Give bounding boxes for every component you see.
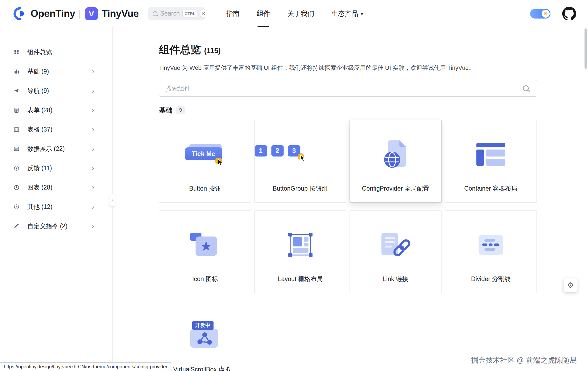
grid-icon (13, 49, 20, 55)
card-label: Icon 图标 (162, 275, 248, 283)
sidebar-item-basic[interactable]: 基础 (9) › (0, 62, 112, 81)
nav-label: 生态产品 (331, 9, 358, 18)
demo-group-button-1: 1 (255, 145, 267, 157)
pen-icon (13, 223, 20, 229)
github-icon (562, 7, 576, 21)
buttongroup-demo-icon: 1 2 3 (255, 145, 346, 165)
numbers-icon: 123 (13, 146, 20, 152)
sidebar-item-form[interactable]: 表单 (28) › (0, 100, 112, 120)
page-description: TinyVue 为 Web 应用提供了丰富的基础 UI 组件，我们还将持续探索企… (159, 64, 588, 72)
info-icon (13, 165, 20, 171)
gear-icon: ⚙ (567, 281, 574, 290)
sidebar-collapse-handle[interactable]: ‹ (109, 194, 116, 207)
section-count-badge: 9 (176, 106, 185, 114)
chevron-right-icon: › (92, 106, 94, 114)
sidebar-item-navigation[interactable]: 导航 (9) › (0, 81, 112, 100)
layout-demo-icon (286, 231, 314, 260)
chevron-right-icon: › (92, 164, 94, 172)
mouse-pointer-icon (215, 158, 225, 168)
sidebar-item-label: 反馈 (11) (27, 164, 92, 172)
watermark-text: 掘金技术社区 @ 前端之虎陈随易 (471, 355, 577, 365)
nav-label: 组件 (257, 9, 270, 18)
card-label: Layout 栅格布局 (257, 275, 343, 283)
sidebar-item-label: 数据展示 (22) (27, 145, 92, 153)
chevron-down-icon: ▾ (361, 10, 363, 17)
kbd-k: K (200, 10, 207, 17)
tinyvue-logo-icon: V (85, 7, 98, 20)
card-label: VirtualScrollBox 虚拟… (162, 365, 248, 371)
section-header-basic: 基础 9 (159, 106, 588, 115)
nav-item-guide[interactable]: 指南 (218, 0, 248, 27)
component-search-box (159, 80, 537, 97)
component-count: (115) (204, 47, 221, 55)
chevron-right-icon: › (92, 145, 94, 152)
svg-text:123: 123 (15, 148, 18, 150)
card-label: Divider 分割线 (448, 275, 534, 283)
component-card-buttongroup[interactable]: 1 2 3 ButtonGroup 按钮组 (254, 120, 346, 203)
search-icon (153, 11, 157, 16)
opentiny-wordmark: OpenTiny (31, 8, 75, 19)
opentiny-logo-icon (13, 7, 27, 20)
component-card-icon[interactable]: ★ Icon 图标 (159, 210, 251, 293)
card-label: ConfigProvider 全局配置 (352, 184, 439, 193)
nav-item-ecosystem[interactable]: 生态产品 ▾ (323, 0, 372, 27)
component-card-divider[interactable]: Divider 分割线 (445, 210, 537, 293)
link-demo-icon (378, 231, 413, 260)
nodes-icon (196, 332, 213, 346)
container-demo-icon (475, 141, 507, 168)
nav-item-about[interactable]: 关于我们 (279, 0, 323, 27)
nav-label: 关于我们 (287, 9, 314, 18)
sun-icon: ☀ (542, 10, 550, 18)
global-search-button[interactable]: Search CTRL K (148, 7, 205, 20)
chevron-left-icon: ‹ (112, 197, 113, 204)
card-label: Container 容器布局 (448, 184, 534, 193)
tinyvue-wordmark: TinyVue (102, 8, 139, 19)
sidebar-item-chart[interactable]: 图表 (28) › (0, 178, 112, 197)
component-card-container[interactable]: Container 容器布局 (445, 120, 537, 203)
component-card-grid: Tick Me Button 按钮 1 2 3 (159, 120, 537, 371)
tinyvue-home-link[interactable]: V TinyVue (85, 7, 139, 20)
sidebar-item-data-display[interactable]: 123 数据展示 (22) › (0, 139, 112, 158)
component-category-sidebar: 组件总览 基础 (9) › 导航 (9) › 表单 (28) › (0, 27, 113, 371)
chevron-right-icon: › (92, 87, 94, 94)
in-development-badge: 开发中 (192, 321, 214, 330)
component-card-button[interactable]: Tick Me Button 按钮 (159, 120, 251, 203)
link-status-bar: https://opentiny.design/tiny-vue/zh-CN/o… (0, 362, 171, 371)
sidebar-item-feedback[interactable]: 反馈 (11) › (0, 158, 112, 178)
card-label: Button 按钮 (162, 184, 248, 193)
sidebar-item-other[interactable]: 其他 (12) › (0, 197, 112, 216)
nav-item-components[interactable]: 组件 (248, 0, 279, 27)
button-demo-icon: Tick Me (185, 144, 225, 166)
form-icon (13, 107, 20, 113)
components-overview-page: 组件总览 (115) TinyVue 为 Web 应用提供了丰富的基础 UI 组… (113, 27, 588, 371)
icon-demo-icon: ★ (190, 233, 220, 258)
theme-toggle[interactable]: ☀ (530, 9, 550, 19)
brand-divider: | (78, 8, 81, 19)
opentiny-home-link[interactable]: OpenTiny (13, 7, 75, 20)
sidebar-item-directives[interactable]: 自定义指令 (2) › (0, 216, 112, 236)
header-actions: ☀ (530, 7, 576, 21)
search-placeholder-text: Search (160, 10, 180, 17)
theme-settings-button[interactable]: ⚙ (564, 278, 578, 292)
component-card-link[interactable]: Link 链接 (350, 210, 442, 293)
table-icon (13, 126, 20, 133)
send-icon (13, 88, 20, 94)
sidebar-item-overview[interactable]: 组件总览 (0, 42, 112, 62)
sidebar-item-label: 表格 (37) (27, 125, 92, 134)
card-label: Link 链接 (352, 275, 439, 283)
configprovider-demo-icon (378, 139, 413, 170)
top-navbar: OpenTiny | V TinyVue Search CTRL K 指南 组件… (0, 0, 588, 27)
browser-viewport: OpenTiny | V TinyVue Search CTRL K 指南 组件… (0, 0, 588, 371)
circle-dot-icon (13, 204, 20, 210)
divider-demo-icon (477, 233, 505, 258)
component-card-configprovider[interactable]: ConfigProvider 全局配置 (350, 120, 442, 203)
sidebar-item-label: 图表 (28) (27, 183, 92, 192)
component-card-virtualscrollbox[interactable]: 开发中 VirtualScrollBox 虚拟… (159, 301, 251, 371)
sidebar-item-table[interactable]: 表格 (37) › (0, 120, 112, 139)
virtualscrollbox-demo-icon: 开发中 (189, 321, 221, 351)
vertical-scrollbar-thumb[interactable] (585, 28, 587, 69)
status-url: https://opentiny.design/tiny-vue/zh-CN/o… (4, 364, 167, 370)
github-link[interactable] (562, 7, 576, 21)
component-search-input[interactable] (166, 85, 523, 92)
component-card-layout[interactable]: Layout 栅格布局 (254, 210, 346, 293)
